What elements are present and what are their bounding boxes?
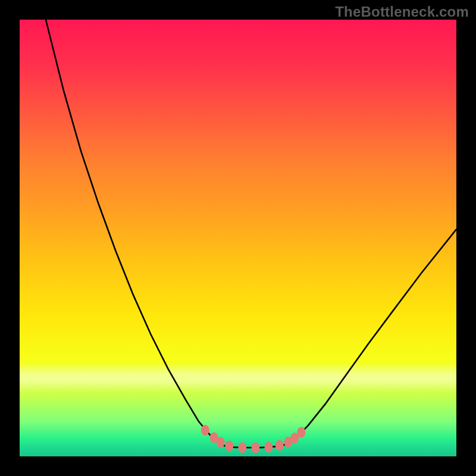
curve-svg [20, 20, 456, 456]
outer-frame: TheBottleneck.com [0, 0, 476, 476]
marker-dot [225, 440, 233, 451]
marker-dot [297, 427, 305, 438]
marker-dot [217, 437, 225, 448]
marker-group [201, 425, 306, 453]
marker-dot [238, 442, 246, 453]
bottleneck-curve [46, 20, 456, 447]
plot-area [20, 20, 456, 456]
watermark-text: TheBottleneck.com [335, 4, 469, 20]
marker-dot [275, 440, 284, 451]
marker-dot [251, 442, 259, 453]
marker-dot [264, 442, 273, 453]
marker-dot [201, 425, 209, 436]
